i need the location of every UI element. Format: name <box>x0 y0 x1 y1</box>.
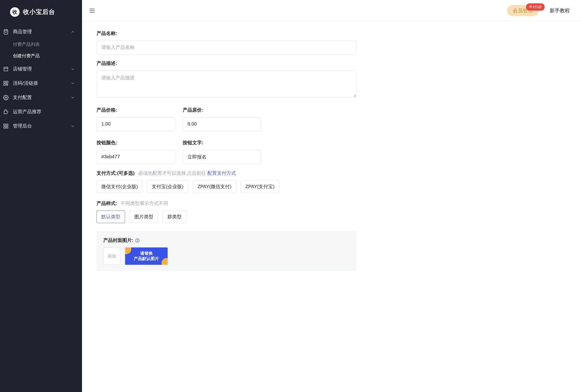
svg-point-12 <box>137 241 137 241</box>
tutorial-link[interactable]: 新手教程 <box>550 7 570 14</box>
add-cover-button[interactable]: 添加 <box>103 247 121 265</box>
style-options: 默认类型 图片类型 群类型 <box>97 211 356 223</box>
thumbs-up-icon <box>3 109 9 115</box>
grid-icon <box>3 123 9 129</box>
nav-sub-products: 付费产品列表 创建付费产品 <box>0 39 82 62</box>
nav-label: 运营产品推荐 <box>13 108 75 115</box>
topbar: 年付5折 会员管理 新手教程 <box>82 0 581 21</box>
btn-text-input[interactable] <box>183 150 261 164</box>
bag-icon <box>3 29 9 35</box>
product-name-label: 产品名称: <box>97 30 356 37</box>
pay-option-zpay-wechat[interactable]: ZPAY(微信支付) <box>193 180 236 193</box>
product-name-input[interactable] <box>97 41 356 55</box>
nav-label: 活码/活链接 <box>13 80 66 86</box>
style-label: 产品样式: 不同类型展示方式不同 <box>97 200 356 207</box>
member-wrap: 年付5折 会员管理 <box>507 7 538 14</box>
nav-item-store[interactable]: 店铺管理 <box>0 62 82 76</box>
nav-label: 管理后台 <box>13 123 66 129</box>
svg-point-3 <box>5 97 7 98</box>
btn-text-label: 按钮文字: <box>183 140 261 146</box>
svg-rect-0 <box>4 81 6 83</box>
orig-price-label: 产品原价: <box>183 107 261 113</box>
nav-sub-create-product[interactable]: 创建付费产品 <box>0 50 82 62</box>
hamburger-icon[interactable] <box>88 7 96 15</box>
nav-sub-product-list[interactable]: 付费产品列表 <box>0 39 82 50</box>
configure-pay-link[interactable]: 配置支付方式 <box>207 171 236 176</box>
nav-item-products[interactable]: 商品管理 <box>0 25 82 39</box>
cover-preview[interactable]: 请替换 产品默认图片 <box>125 247 168 265</box>
svg-rect-2 <box>4 84 6 85</box>
pay-option-wechat-enterprise[interactable]: 微信支付(企业版) <box>97 180 142 193</box>
cover-label: 产品封面图片: <box>103 237 133 244</box>
svg-rect-7 <box>6 126 8 128</box>
topbar-right: 年付5折 会员管理 新手教程 <box>507 7 570 14</box>
svg-rect-4 <box>4 124 6 126</box>
qr-icon <box>3 80 9 86</box>
pay-option-zpay-alipay[interactable]: ZPAY(支付宝) <box>241 180 279 193</box>
cover-preview-text: 请替换 产品默认图片 <box>134 251 159 261</box>
cover-upload-title: 产品封面图片: <box>103 237 350 244</box>
sidebar: 收 收小宝后台 商品管理 付费产品列表 创建付费产品 店铺管理 <box>0 0 82 392</box>
svg-rect-6 <box>4 126 6 128</box>
main: 年付5折 会员管理 新手教程 产品名称: 产品描述: 产品价格: 产品原价: <box>82 0 581 392</box>
nav-item-recommend[interactable]: 运营产品推荐 <box>0 105 82 119</box>
brand-logo: 收 <box>10 7 20 17</box>
nav-item-payment[interactable]: 支付配置 <box>0 90 82 105</box>
product-desc-label: 产品描述: <box>97 60 356 67</box>
nav-label: 商品管理 <box>13 29 66 35</box>
style-option-group[interactable]: 群类型 <box>163 211 186 223</box>
content: 产品名称: 产品描述: 产品价格: 产品原价: 按钮颜色: <box>82 21 581 392</box>
store-icon <box>3 66 9 72</box>
chevron-down-icon <box>70 81 75 86</box>
pay-method-label: 支付方式:(可多选) 必须先配置才可以选择,点击前往 配置支付方式 <box>97 170 356 176</box>
nav-item-livecode[interactable]: 活码/活链接 <box>0 76 82 90</box>
svg-rect-1 <box>6 81 8 83</box>
nav: 商品管理 付费产品列表 创建付费产品 店铺管理 活码/活链接 <box>0 25 82 133</box>
help-icon[interactable] <box>135 238 140 243</box>
chevron-up-icon <box>70 29 75 34</box>
style-hint: 不同类型展示方式不同 <box>121 201 168 206</box>
style-option-image[interactable]: 图片类型 <box>130 211 158 223</box>
create-product-form: 产品名称: 产品描述: 产品价格: 产品原价: 按钮颜色: <box>82 30 356 271</box>
style-label-text: 产品样式: <box>97 201 117 206</box>
brand: 收 收小宝后台 <box>0 4 82 25</box>
price-input[interactable] <box>97 117 175 131</box>
cover-upload-card: 产品封面图片: 添加 请替换 产品默认图片 <box>97 231 356 271</box>
style-option-default[interactable]: 默认类型 <box>97 211 125 223</box>
cover-upload-row: 添加 请替换 产品默认图片 <box>103 247 350 265</box>
pay-option-alipay-enterprise[interactable]: 支付宝(企业版) <box>147 180 188 193</box>
pay-method-hint: 必须先配置才可以选择,点击前往 配置支付方式 <box>138 171 236 176</box>
chevron-down-icon <box>70 124 75 129</box>
chevron-down-icon <box>70 67 75 72</box>
svg-rect-5 <box>6 124 8 126</box>
pay-options: 微信支付(企业版) 支付宝(企业版) ZPAY(微信支付) ZPAY(支付宝) <box>97 180 356 193</box>
member-badge: 年付5折 <box>526 3 545 11</box>
orig-price-input[interactable] <box>183 117 261 131</box>
chevron-down-icon <box>70 95 75 100</box>
nav-label: 支付配置 <box>13 94 66 101</box>
btn-color-input[interactable] <box>97 150 175 164</box>
nav-item-admin[interactable]: 管理后台 <box>0 119 82 133</box>
pay-method-label-text: 支付方式:(可多选) <box>97 171 135 176</box>
product-desc-input[interactable] <box>97 70 356 97</box>
btn-color-label: 按钮颜色: <box>97 140 175 146</box>
brand-title: 收小宝后台 <box>23 8 55 16</box>
gear-icon <box>3 95 9 101</box>
price-label: 产品价格: <box>97 107 175 113</box>
nav-label: 店铺管理 <box>13 66 66 72</box>
